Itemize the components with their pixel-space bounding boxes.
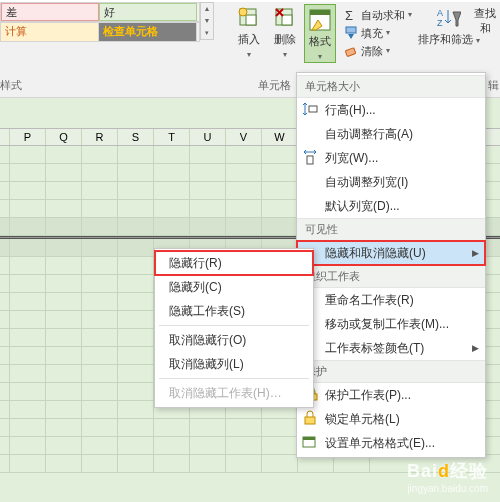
submenu-unhide-rows[interactable]: 取消隐藏行(O) [155,328,313,352]
chevron-down-icon[interactable]: ▼ [201,15,213,27]
chevron-up-icon[interactable]: ▲ [201,3,213,15]
format-dropdown-menu: 单元格大小 行高(H)... 自动调整行高(A) 列宽(W)... 自动调整列宽… [296,72,486,458]
delete-cells-button[interactable]: 删除 ▾ [268,4,302,59]
dropdown-icon: ▾ [283,50,287,59]
menu-move-copy-sheet[interactable]: 移动或复制工作表(M)... [297,312,485,336]
col-header[interactable] [0,129,10,145]
style-good[interactable]: 好 [99,3,197,21]
col-header[interactable]: P [10,129,46,145]
style-check-cell[interactable]: 检查单元格 [99,23,197,41]
svg-rect-20 [303,437,315,440]
menu-section-organize-sheets: 组织工作表 [297,265,485,288]
submenu-arrow-icon: ▶ [472,340,479,356]
svg-rect-10 [346,27,356,33]
col-header[interactable]: U [190,129,226,145]
submenu-hide-columns[interactable]: 隐藏列(C) [155,275,313,299]
format-button[interactable]: 格式 ▾ [304,4,336,63]
sort-filter-icon: AZ [437,6,461,30]
col-header[interactable]: W [262,129,298,145]
row-height-icon [302,101,318,117]
format-icon [308,8,332,32]
menu-section-protection: 保护 [297,360,485,383]
svg-rect-8 [310,10,330,15]
svg-text:Z: Z [437,18,443,28]
menu-format-cells[interactable]: 设置单元格格式(E)... [297,431,485,455]
submenu-hide-rows[interactable]: 隐藏行(R) [155,251,313,275]
menu-rename-sheet[interactable]: 重命名工作表(R) [297,288,485,312]
menu-section-visibility: 可见性 [297,218,485,241]
menu-section-cell-size: 单元格大小 [297,75,485,98]
autosum-button[interactable]: Σ 自动求和 ▾ [344,6,412,24]
col-header[interactable]: V [226,129,262,145]
hide-unhide-submenu: 隐藏行(R) 隐藏列(C) 隐藏工作表(S) 取消隐藏行(O) 取消隐藏列(L)… [154,248,314,408]
submenu-unhide-columns[interactable]: 取消隐藏列(L) [155,352,313,376]
dropdown-icon: ▾ [247,50,251,59]
delete-cells-icon [273,6,297,30]
svg-rect-1 [246,15,256,25]
submenu-hide-sheet[interactable]: 隐藏工作表(S) [155,299,313,323]
menu-protect-sheet[interactable]: 保护工作表(P)... [297,383,485,407]
style-gallery-scroll[interactable]: ▲ ▼ ▾ [200,2,214,40]
style-bad[interactable]: 差 [1,3,99,21]
insert-cells-button[interactable]: 插入 ▾ [232,4,266,59]
fill-button[interactable]: 填充 ▾ [344,24,412,42]
cell-styles-gallery[interactable]: 差 好 计算 检查单元格 [0,2,200,42]
style-calculation[interactable]: 计算 [1,23,99,41]
svg-rect-15 [307,156,313,164]
menu-lock-cell[interactable]: 锁定单元格(L) [297,407,485,431]
column-width-icon [302,149,318,165]
svg-text:A: A [437,8,443,18]
svg-rect-18 [305,417,315,424]
svg-rect-14 [309,106,317,112]
group-label-styles: 样式 [0,78,22,93]
menu-separator [159,378,309,379]
menu-row-height[interactable]: 行高(H)... [297,98,485,122]
menu-default-width[interactable]: 默认列宽(D)... [297,194,485,218]
dropdown-icon: ▾ [318,52,322,61]
group-label-cells: 单元格 [258,78,291,93]
insert-cells-icon [237,6,261,30]
eraser-icon [344,44,358,58]
col-header[interactable]: T [154,129,190,145]
col-header[interactable]: R [82,129,118,145]
svg-rect-11 [345,48,356,57]
find-select-button[interactable]: 查找和 [470,6,500,36]
menu-autofit-column-width[interactable]: 自动调整列宽(I) [297,170,485,194]
menu-column-width[interactable]: 列宽(W)... [297,146,485,170]
menu-hide-unhide[interactable]: 隐藏和取消隐藏(U) ▶ [297,241,485,265]
submenu-unhide-sheet: 取消隐藏工作表(H)… [155,381,313,405]
col-header[interactable]: S [118,129,154,145]
editing-small-buttons: Σ 自动求和 ▾ 填充 ▾ 清除 ▾ [344,6,412,60]
svg-rect-4 [282,15,292,25]
clear-button[interactable]: 清除 ▾ [344,42,412,60]
svg-text:Σ: Σ [345,8,353,22]
svg-point-2 [239,8,247,16]
col-header[interactable]: Q [46,129,82,145]
lock-icon [302,410,318,426]
format-cells-icon [302,434,318,450]
menu-autofit-row-height[interactable]: 自动调整行高(A) [297,122,485,146]
menu-tab-color[interactable]: 工作表标签颜色(T) ▶ [297,336,485,360]
submenu-arrow-icon: ▶ [472,245,479,261]
group-label-editing: 辑 [488,78,499,93]
fill-down-icon [344,26,358,40]
more-icon[interactable]: ▾ [201,27,213,39]
menu-separator [159,325,309,326]
sigma-icon: Σ [344,8,358,22]
